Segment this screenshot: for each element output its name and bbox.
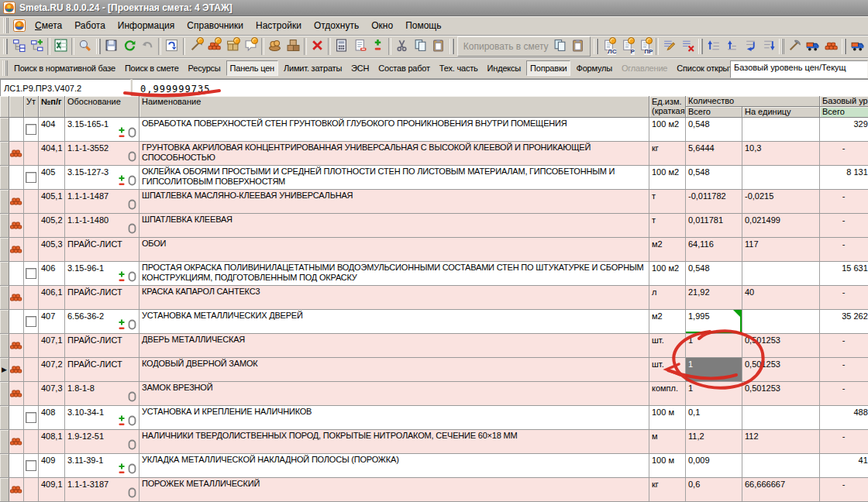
row-selector[interactable] [0, 310, 9, 333]
toolbar-cargo-button[interactable] [284, 36, 301, 57]
qty-total-cell[interactable]: 0,009 [686, 454, 742, 477]
toolbar-truck-delivery-button[interactable] [848, 36, 866, 57]
position-number-cell[interactable]: 409 [39, 454, 65, 477]
ut-cell[interactable] [24, 406, 39, 429]
ut-checkbox[interactable] [26, 172, 36, 183]
qty-per-unit-cell[interactable] [742, 118, 820, 141]
tab-формулы[interactable]: Формулы [572, 60, 615, 76]
position-number-cell[interactable]: 405,1 [39, 190, 65, 213]
tab-состав-работ[interactable]: Состав работ [374, 60, 434, 76]
qty-per-unit-cell[interactable]: 117 [742, 238, 820, 261]
toolbar-delete-list-button[interactable] [679, 36, 697, 57]
menubar-grip[interactable] [3, 18, 9, 33]
row-selector[interactable] [0, 478, 9, 501]
ut-cell[interactable] [24, 310, 39, 333]
row-type-cell[interactable] [9, 454, 24, 477]
toolbar-grip[interactable] [842, 39, 846, 54]
toolbar-plus-minus-button[interactable] [369, 36, 387, 57]
qty-per-unit-cell[interactable] [742, 262, 820, 285]
unit-cell[interactable]: 100 м2 [649, 166, 686, 189]
base-total-cell[interactable]: - [820, 142, 868, 165]
qty-total-cell[interactable]: 0,548 [686, 118, 742, 141]
ut-cell[interactable] [24, 358, 39, 381]
tabbar-grip[interactable] [2, 60, 8, 76]
qty-per-unit-cell[interactable]: -0,0215 [742, 190, 820, 213]
base-total-cell[interactable]: - [820, 334, 868, 357]
base-total-cell[interactable]: 15 631,5 [820, 262, 868, 285]
menu-item-4[interactable]: Справочники [181, 19, 250, 33]
justification-cell[interactable]: 1.9-12-51 [65, 430, 140, 453]
row-type-cell[interactable] [9, 238, 24, 261]
justification-cell[interactable]: 3.15-165-1 [65, 118, 140, 141]
toolbar-work-tool-button[interactable] [786, 36, 804, 57]
tab-поиск-в-смете[interactable]: Поиск в смете [121, 60, 183, 76]
toolbar-grip[interactable] [594, 39, 598, 54]
base-total-cell[interactable]: - [820, 286, 868, 309]
ut-cell[interactable] [24, 286, 39, 309]
row-selector[interactable] [0, 262, 9, 285]
toolbar-bricks-supply-button[interactable] [822, 36, 840, 57]
position-number-cell[interactable]: 408,1 [39, 430, 65, 453]
item-name-cell[interactable]: ГРУНТОВКА АКРИЛОВАЯ КОНЦЕНТРИРОВАННАЯ УН… [140, 142, 649, 165]
justification-cell[interactable]: 6.56-36-2 [65, 310, 140, 333]
toolbar-delete-button[interactable] [308, 36, 326, 57]
item-name-cell[interactable]: КОДОВЫЙ ДВЕРНОЙ ЗАМОК [140, 358, 649, 381]
item-name-cell[interactable]: ШПАТЛЕВКА КЛЕЕВАЯ [140, 214, 649, 237]
item-name-cell[interactable]: ПРОСТАЯ ОКРАСКА ПОЛИВИНИЛАЦЕТАТНЫМИ ВОДО… [140, 262, 649, 285]
toolbar-redo-button[interactable] [163, 36, 181, 57]
ut-cell[interactable] [24, 118, 39, 141]
toolbar-excel-export-button[interactable] [52, 36, 70, 57]
base-total-cell[interactable]: - [820, 478, 868, 501]
toolbar-save-button[interactable] [102, 36, 120, 57]
unit-cell[interactable]: компл. [649, 382, 686, 405]
toolbar-level-up-left-button[interactable] [704, 36, 722, 57]
position-number-cell[interactable]: 407 [39, 310, 65, 333]
justification-cell[interactable]: ПРАЙС-ЛИСТ [65, 238, 140, 261]
qty-per-unit-cell[interactable] [742, 310, 820, 333]
justification-cell[interactable]: ПРАЙС-ЛИСТ [65, 334, 140, 357]
row-selector[interactable] [0, 382, 9, 405]
row-type-cell[interactable] [9, 286, 24, 309]
qty-per-unit-cell[interactable] [742, 454, 820, 477]
row-type-cell[interactable] [9, 430, 24, 453]
item-name-cell[interactable]: ЗАМОК ВРЕЗНОЙ [140, 382, 649, 405]
position-number-cell[interactable]: 408 [39, 406, 65, 429]
toolbar-grip[interactable] [96, 39, 101, 54]
item-name-cell[interactable]: ДВЕРЬ МЕТАЛЛИЧЕСКАЯ [140, 334, 649, 357]
qty-per-unit-cell[interactable]: 0,501253 [742, 382, 820, 405]
position-number-cell[interactable]: 409,1 [39, 478, 65, 501]
item-name-cell[interactable]: ОКЛЕЙКА ОБОЯМИ ПРОСТЫМИ И СРЕДНЕЙ ПЛОТНО… [140, 166, 649, 189]
unit-cell[interactable]: м [649, 430, 686, 453]
justification-cell[interactable]: 1.1-1-3552 [65, 142, 140, 165]
toolbar-cut-button[interactable] [393, 36, 411, 57]
position-number-cell[interactable]: 407,3 [39, 382, 65, 405]
position-number-cell[interactable]: 406,1 [39, 286, 65, 309]
menu-item-1[interactable]: Смета [29, 19, 68, 33]
qty-per-unit-cell[interactable]: 10,3 [742, 142, 820, 165]
row-selector[interactable] [0, 454, 9, 477]
justification-cell[interactable]: 1.1-1-3187 [65, 478, 140, 501]
position-number-cell[interactable]: 404 [39, 118, 65, 141]
base-total-cell[interactable]: - [820, 214, 868, 237]
ut-checkbox[interactable] [26, 412, 36, 423]
toolbar-grip[interactable] [698, 39, 703, 54]
toolbar-refresh-button[interactable] [120, 36, 138, 57]
row-selector[interactable] [0, 286, 9, 309]
tab-лимит-затраты[interactable]: Лимит. затраты [280, 60, 346, 76]
ut-checkbox[interactable] [26, 316, 36, 327]
row-selector[interactable] [0, 406, 9, 429]
row-selector[interactable] [0, 166, 9, 189]
menu-item-3[interactable]: Информация [112, 19, 181, 33]
justification-cell[interactable]: 1.8-1-8 [65, 382, 140, 405]
price-level-combo[interactable]: Базовый уровень цен/Текущ [730, 60, 868, 78]
qty-total-cell[interactable]: 64,116 [686, 238, 742, 261]
qty-total-cell[interactable]: 0,548 [686, 166, 742, 189]
qty-total-cell[interactable]: 11,2 [686, 430, 742, 453]
toolbar-level-down-button[interactable] [760, 36, 777, 57]
toolbar-pr-button[interactable]: ПР [636, 36, 654, 57]
qty-per-unit-cell[interactable]: 0,021499 [742, 214, 820, 237]
row-type-cell[interactable] [9, 262, 24, 285]
menu-item-6[interactable]: Отдохнуть [308, 19, 365, 33]
base-total-cell[interactable]: - [820, 190, 868, 213]
justification-cell[interactable]: 3.15-127-3 [65, 166, 140, 189]
